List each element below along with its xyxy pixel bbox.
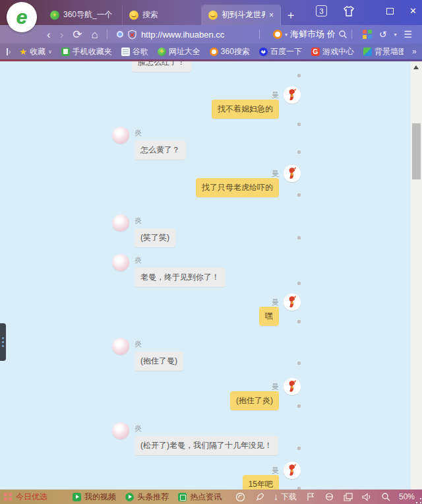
insecure-shield-icon[interactable] [127, 30, 137, 40]
browser-logo[interactable]: e [7, 2, 37, 32]
search360-icon [210, 47, 218, 56]
home-icon[interactable]: ⌂ [87, 29, 103, 40]
bookmark-wallpaper[interactable]: 背景墙图 [360, 46, 407, 57]
task-count-badge[interactable]: 3 [316, 5, 327, 16]
status-label: 热点资讯 [190, 491, 222, 503]
bookmark-favorites[interactable]: ★ 收藏 ∨ [16, 46, 55, 57]
wallpaper-icon [363, 47, 372, 56]
bookmark-google[interactable]: 谷歌 [118, 46, 152, 57]
chat-bubble: 15年吧 [243, 475, 279, 489]
tab-close-icon[interactable]: × [269, 11, 274, 20]
tab-search[interactable]: 搜索 [123, 5, 202, 25]
bookmark-360-search[interactable]: 360搜索 [206, 46, 253, 57]
chat-bubble: (抱住了炎) [230, 391, 279, 410]
chat-message-group: 曼 找不着媳妇急的 [212, 86, 301, 119]
bookmarks-overflow-icon[interactable]: » [409, 47, 419, 56]
zoom-level[interactable]: 50% [399, 492, 415, 501]
timeline-dot [297, 320, 301, 323]
sender-name: 炎 [135, 216, 142, 226]
theme-shirt-icon[interactable] [343, 6, 355, 16]
refresh-icon[interactable]: ⟳ [68, 29, 86, 40]
site-info-icon[interactable] [117, 31, 123, 38]
divider [107, 30, 107, 39]
status-hot-news[interactable]: 热点资讯 [178, 491, 222, 503]
sender-name: 炎 [135, 424, 142, 433]
tab-strip: 360导航_一个 搜索 初到斗龙世界 × ＋ [44, 5, 301, 25]
phone-icon [61, 47, 70, 56]
download-label[interactable]: 下载 [281, 491, 297, 503]
tab-label: 搜索 [142, 9, 158, 20]
back-icon[interactable]: ‹ [42, 29, 55, 40]
status-bar: 今日优选 我的视频 头条推荐 热点资讯 ↓ 下载 [0, 489, 422, 504]
man-avatar[interactable] [284, 165, 301, 182]
yan-avatar[interactable] [112, 127, 129, 144]
search-input[interactable]: 海鲜市场 价 [290, 28, 336, 40]
search-box[interactable]: ▾ 海鲜市场 价 [273, 28, 347, 40]
bookmark-site-directory[interactable]: 网址大全 [154, 46, 204, 57]
page-search-icon[interactable] [381, 492, 390, 501]
apps-grid-icon[interactable] [363, 30, 372, 39]
side-panel-handle[interactable] [0, 323, 6, 361]
bookmark-mobile-favorites[interactable]: 手机收藏夹 [58, 46, 115, 57]
download-arrow-icon[interactable]: ↓ [274, 491, 278, 502]
chat-bubble-partial: 脸怎么红了！ [132, 61, 191, 72]
toolbar-right: ↺ ▾ ☰ [363, 30, 417, 39]
ie-compat-icon[interactable] [324, 492, 334, 501]
yan-avatar[interactable] [112, 214, 129, 232]
scrollbar-track[interactable] [411, 61, 422, 489]
close-button[interactable]: ✕ [409, 7, 417, 15]
nav360-icon [158, 47, 166, 56]
divider [259, 30, 260, 39]
windows-stack-icon[interactable] [344, 493, 353, 501]
timeline-dot [297, 282, 301, 285]
sender-name: 曼 [272, 90, 279, 100]
forward-icon[interactable]: › [55, 29, 69, 40]
engine-dropdown-icon[interactable]: ▾ [285, 32, 287, 38]
url-text[interactable]: http://www.ihuaben.cc [141, 30, 224, 40]
news-icon [178, 493, 187, 501]
yan-avatar[interactable] [112, 338, 129, 355]
status-headlines[interactable]: 头条推荐 [125, 491, 169, 503]
resize-grip[interactable] [416, 498, 421, 503]
bookmark-game-center[interactable]: G 游戏中心 [308, 46, 357, 57]
tab-360-nav[interactable]: 360导航_一个 [44, 5, 123, 25]
restore-session-icon[interactable]: ↺ [375, 30, 392, 39]
sidebar-collapse-icon[interactable]: › [4, 48, 13, 55]
status-my-videos[interactable]: 我的视频 [73, 491, 116, 503]
sender-name: 曼 [272, 169, 279, 179]
timeline-dot [297, 362, 301, 365]
speed-ball-icon[interactable] [235, 492, 245, 502]
yan-avatar[interactable] [112, 422, 129, 439]
maximize-button[interactable] [386, 8, 394, 15]
menu-hamburger-icon[interactable]: ☰ [399, 30, 417, 39]
restore-dropdown-icon[interactable]: ▾ [394, 32, 396, 38]
flag-report-icon[interactable] [306, 492, 315, 501]
yan-avatar[interactable] [112, 254, 129, 271]
chat-bubble: (抱住了曼) [135, 352, 183, 371]
new-tab-button[interactable]: ＋ [281, 5, 301, 25]
nav360-favicon-icon [50, 11, 59, 20]
man-avatar[interactable] [284, 462, 301, 479]
status-today-picks[interactable]: 今日优选 [4, 491, 47, 503]
man-avatar[interactable] [284, 294, 301, 311]
search-icon[interactable] [338, 30, 347, 39]
man-avatar[interactable] [284, 378, 301, 395]
scroll-up-icon[interactable] [413, 65, 419, 69]
chat-bubble: 找了只母老虎给吓的 [196, 178, 279, 197]
man-avatar[interactable] [284, 86, 301, 104]
chat-message-group: 曼 嘿 [259, 294, 301, 326]
scrollbar-thumb[interactable] [412, 123, 421, 179]
bookmark-baidu[interactable]: 百度一下 [256, 46, 305, 57]
search-engine-icon[interactable] [273, 30, 282, 39]
chat-page[interactable]: 脸怎么红了！ 曼 找不着媳妇急的 [0, 61, 422, 489]
divider [351, 30, 352, 39]
address-bar: ‹ › ⟳ ⌂ http://www.ihuaben.cc ▾ 海鲜市场 价 [0, 25, 422, 44]
rocket-icon[interactable] [255, 492, 264, 502]
tab-active-story[interactable]: 初到斗龙世界 × [202, 5, 281, 25]
timeline-dot [297, 236, 301, 239]
page-icon [121, 47, 130, 56]
timeline-dot [297, 404, 301, 408]
speaker-icon[interactable] [362, 493, 372, 501]
timeline-dot [297, 193, 301, 197]
chat-message-group: 曼 找了只母老虎给吓的 [196, 165, 301, 197]
